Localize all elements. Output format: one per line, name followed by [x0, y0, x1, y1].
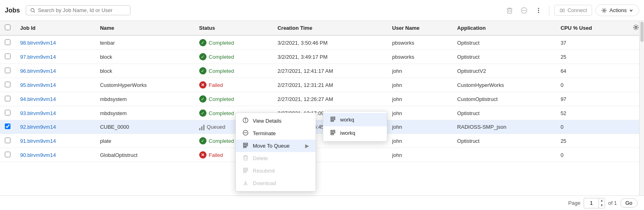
svg-point-15: [635, 27, 637, 29]
cancel-button[interactable]: [518, 6, 530, 15]
svg-point-8: [538, 8, 539, 9]
select-all-checkbox[interactable]: [5, 25, 10, 30]
header-actions: Connect Actions: [504, 4, 639, 16]
svg-rect-21: [244, 143, 248, 144]
svg-rect-24: [244, 156, 248, 161]
submenu: workq iworkq: [323, 111, 387, 142]
table-row: 97.blrvm9vm14block✓Completed3/2/2021, 3:…: [0, 50, 644, 64]
row-job-id[interactable]: 93.blrvm9vm14: [15, 106, 95, 120]
row-checkbox-cell: [0, 120, 15, 134]
col-status: Status: [194, 21, 273, 35]
svg-rect-11: [560, 9, 562, 12]
context-menu-view-details[interactable]: View Details: [236, 115, 316, 127]
row-checkbox-cell: [0, 78, 15, 92]
submenu-workq[interactable]: workq: [323, 113, 387, 126]
go-button[interactable]: Go: [620, 198, 638, 208]
table-row: 95.blrvm9vm14CustomHyperWorks✕Failed2/27…: [0, 78, 644, 92]
failed-icon: ✕: [199, 151, 206, 159]
context-menu-delete: Delete: [236, 152, 316, 165]
row-cpu-used: 52: [556, 106, 628, 120]
jobs-table: Job Id Name Status Creation Time User Na…: [0, 21, 644, 162]
table-row: 93.blrvm9vm14mbdsystem✓Completed2/27/202…: [0, 106, 644, 120]
row-application: [452, 148, 556, 162]
table-header-row: Job Id Name Status Creation Time User Na…: [0, 21, 644, 35]
job-id-link[interactable]: 94.blrvm9vm14: [20, 96, 56, 102]
job-id-link[interactable]: 95.blrvm9vm14: [20, 82, 56, 88]
scrollbar-thumb[interactable]: [640, 22, 644, 42]
row-checkbox[interactable]: [5, 39, 10, 45]
row-checkbox[interactable]: [5, 82, 10, 87]
job-id-link[interactable]: 98.blrvm9vm14: [20, 40, 56, 46]
context-menu-resubmit: Resubmit: [236, 165, 316, 177]
row-status: ✓Completed: [194, 64, 273, 78]
context-terminate-label: Terminate: [253, 130, 276, 136]
svg-rect-29: [244, 170, 248, 171]
row-checkbox-cell: [0, 148, 15, 162]
trash-icon: [506, 7, 513, 14]
table-body: 98.blrvm9vm14tenbar✓Completed3/2/2021, 3…: [0, 35, 644, 162]
row-name: GlobalOptistruct: [95, 148, 194, 162]
col-user-name: User Name: [387, 21, 452, 35]
page-number-input[interactable]: 1: [584, 200, 599, 206]
row-user-name: john: [387, 78, 452, 92]
row-checkbox[interactable]: [5, 110, 10, 115]
row-job-id[interactable]: 97.blrvm9vm14: [15, 50, 95, 64]
context-resubmit-label: Resubmit: [253, 168, 275, 174]
job-id-link[interactable]: 92.blrvm9vm14: [20, 124, 56, 130]
more-options-button[interactable]: [533, 6, 544, 15]
svg-point-10: [538, 12, 539, 13]
completed-icon: ✓: [199, 137, 206, 144]
job-id-link[interactable]: 93.blrvm9vm14: [20, 110, 56, 116]
svg-line-1: [33, 11, 35, 12]
page-down-button[interactable]: ▼: [599, 203, 605, 208]
row-checkbox[interactable]: [5, 138, 10, 143]
row-application: CustomOptistruct: [452, 92, 556, 106]
row-checkbox[interactable]: [5, 68, 10, 73]
job-id-link[interactable]: 97.blrvm9vm14: [20, 54, 56, 60]
gear-icon: [601, 8, 607, 13]
context-menu-move-to-queue[interactable]: Move To Queue ▶: [236, 140, 316, 152]
row-checkbox[interactable]: [5, 54, 10, 59]
search-input[interactable]: [38, 7, 126, 13]
scrollbar[interactable]: [639, 21, 644, 196]
status-label: Completed: [209, 110, 234, 116]
svg-rect-35: [331, 121, 334, 122]
row-status: ✓Completed: [194, 35, 273, 50]
row-application: RADIOSS-SMP_json: [452, 120, 556, 134]
row-status: ✕Failed: [194, 78, 273, 92]
row-job-id[interactable]: 91.blrvm9vm14: [15, 134, 95, 148]
row-job-id[interactable]: 96.blrvm9vm14: [15, 64, 95, 78]
svg-rect-12: [563, 9, 564, 12]
row-job-id[interactable]: 95.blrvm9vm14: [15, 78, 95, 92]
table-row: 98.blrvm9vm14tenbar✓Completed3/2/2021, 3…: [0, 35, 644, 50]
row-checkbox[interactable]: [5, 152, 10, 157]
row-application: Optistruct: [452, 50, 556, 64]
row-user-name: pbsworks: [387, 50, 452, 64]
select-all-header[interactable]: [0, 21, 15, 35]
row-job-id[interactable]: 98.blrvm9vm14: [15, 35, 95, 50]
row-checkbox[interactable]: [5, 96, 10, 101]
col-cpu-used: CPU % Used: [556, 21, 628, 35]
job-id-link[interactable]: 91.blrvm9vm14: [20, 138, 56, 144]
queue-icon-iworkq: [330, 130, 336, 136]
row-checkbox[interactable]: [5, 124, 10, 129]
job-id-link[interactable]: 96.blrvm9vm14: [20, 68, 56, 74]
table-row: 94.blrvm9vm14mbdsystem✓Completed2/27/202…: [0, 92, 644, 106]
col-application: Application: [452, 21, 556, 35]
row-cpu-used: 0: [556, 148, 628, 162]
job-id-link[interactable]: 90.blrvm9vm14: [20, 152, 56, 158]
status-label: Completed: [209, 54, 234, 60]
row-job-id[interactable]: 92.blrvm9vm14: [15, 120, 95, 134]
completed-icon: ✓: [199, 67, 206, 74]
submenu-iworkq[interactable]: iworkq: [323, 126, 387, 140]
divider: [549, 6, 549, 15]
actions-button[interactable]: Actions: [595, 4, 639, 16]
row-job-id[interactable]: 94.blrvm9vm14: [15, 92, 95, 106]
delete-button[interactable]: [504, 5, 515, 16]
page-up-button[interactable]: ▲: [599, 198, 605, 203]
row-job-id[interactable]: 90.blrvm9vm14: [15, 148, 95, 162]
settings-icon: [633, 24, 639, 31]
context-menu-terminate[interactable]: Terminate: [236, 127, 316, 140]
row-creation-time: 2/27/2021, 12:26:27 AM: [272, 92, 387, 106]
row-cpu-used: 0: [556, 120, 628, 134]
